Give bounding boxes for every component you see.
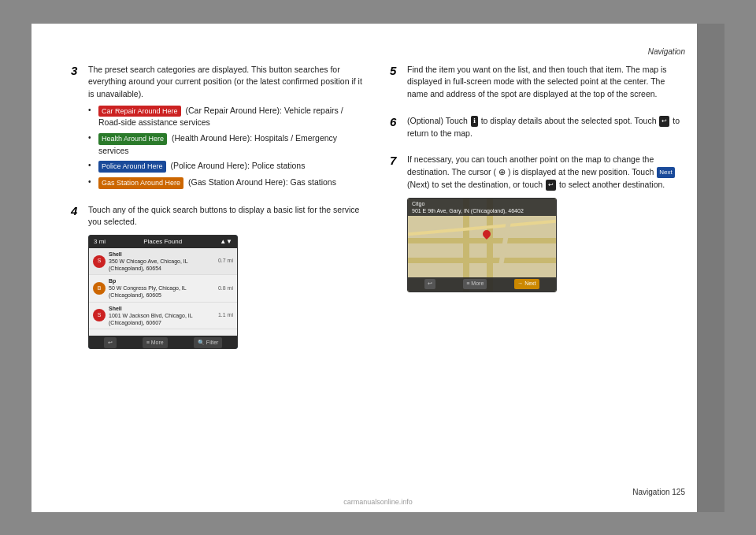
nav-item-3-text: Shell 1001 W Jackson Blvd, Chicago, IL (… <box>109 305 215 326</box>
road-horizontal-2 <box>408 258 556 263</box>
step-6-number: 6 <box>390 115 401 143</box>
step-5-content: Find the item you want on the list, and … <box>407 64 685 104</box>
nav-top-right: ▲▼ <box>220 237 232 247</box>
step-7-content: If necessary, you can touch another poin… <box>407 154 685 292</box>
step-5: 5 Find the item you want on the list, an… <box>390 64 685 104</box>
map-location-name: Citgo <box>412 200 552 207</box>
step-7-end: (Next) to set the destination, or touch <box>407 180 545 189</box>
nav-screen: 3 mi Places Found ▲▼ S Shell 350 W Chica… <box>88 235 238 349</box>
nav-item-1: S Shell 350 W Chicago Ave, Chicago, IL (… <box>89 248 237 275</box>
bullet-gas-text: Gas Station Around Here (Gas Station Aro… <box>98 176 336 189</box>
map-location-address: 901 E 9th Ave, Gary, IN (Chicagoland), 4… <box>412 207 552 214</box>
step-4-content: Touch any of the quick search buttons to… <box>88 204 366 350</box>
step-5-number: 5 <box>390 64 401 104</box>
step-6-text: (Optional) Touch ℹ to display details ab… <box>407 115 685 140</box>
nav-item-3-city: (Chicagoland), 60607 <box>109 319 215 326</box>
nav-item-2-addr: 50 W Congress Ply, Chicago, IL <box>109 284 215 292</box>
step-7-number: 7 <box>390 154 401 292</box>
page-header: Navigation <box>71 47 685 56</box>
main-content: 3 The preset search categories are displ… <box>71 64 685 361</box>
step-6: 6 (Optional) Touch ℹ to display details … <box>390 115 685 143</box>
nav-item-2-icon: B <box>93 282 106 295</box>
nav-bottom-bar: ↩ ≡ More 🔍 Filter <box>89 336 237 350</box>
nav-item-1-text: Shell 350 W Chicago Ave, Chicago, IL (Ch… <box>109 251 215 272</box>
bullet-dot-3: • <box>88 160 94 171</box>
bullet-car-repair-text: Car Repair Around Here (Car Repair Aroun… <box>98 105 366 128</box>
map-next-btn[interactable]: → Next <box>514 279 539 289</box>
nav-back-btn[interactable]: ↩ <box>104 337 117 349</box>
page-footer: Navigation 125 <box>632 488 685 496</box>
nav-item-1-city: (Chicagoland), 60654 <box>109 265 215 272</box>
car-repair-tag: Car Repair Around Here <box>98 106 181 117</box>
nav-top-bar: 3 mi Places Found ▲▼ <box>89 236 237 248</box>
left-column: 3 The preset search categories are displ… <box>71 64 366 361</box>
map-background: Citgo 901 E 9th Ave, Gary, IN (Chicagola… <box>408 199 556 292</box>
nav-item-1-addr: 350 W Chicago Ave, Chicago, IL <box>109 258 215 265</box>
step-4-number: 4 <box>71 204 82 350</box>
map-back-btn[interactable]: ↩ <box>424 279 435 289</box>
nav-item-1-icon: S <box>93 255 106 268</box>
bullet-health: • Health Around Here (Health Around Here… <box>88 132 366 156</box>
bullet-police: • Police Around Here (Police Around Here… <box>88 160 366 173</box>
bullet-police-text: Police Around Here (Police Around Here):… <box>98 160 305 173</box>
manual-page: Navigation 3 The preset search categorie… <box>32 24 724 512</box>
bullet-dot-2: • <box>88 132 94 143</box>
nav-item-2: B Bp 50 W Congress Ply, Chicago, IL (Chi… <box>89 275 237 302</box>
step-3-content: The preset search categories are display… <box>88 64 366 193</box>
nav-item-3: S Shell 1001 W Jackson Blvd, Chicago, IL… <box>89 303 237 329</box>
road-horizontal-1 <box>408 238 556 243</box>
nav-top-center: Places Found <box>143 237 182 247</box>
nav-item-2-text: Bp 50 W Congress Ply, Chicago, IL (Chica… <box>109 277 215 299</box>
step-7-middle: ) is displayed at the new position. Touc… <box>508 167 656 176</box>
map-screen: Citgo 901 E 9th Ave, Gary, IN (Chicagola… <box>407 198 557 292</box>
bullet-gas: • Gas Station Around Here (Gas Station A… <box>88 176 366 189</box>
info-button: ℹ <box>471 116 478 127</box>
cursor-symbol: ⊕ <box>498 167 506 176</box>
step-5-text: Find the item you want on the list, and … <box>407 64 685 101</box>
right-column: 5 Find the item you want on the list, an… <box>390 64 685 361</box>
nav-more-btn[interactable]: ≡ More <box>143 337 168 349</box>
nav-filter-btn[interactable]: 🔍 Filter <box>194 337 223 349</box>
step-6-middle: to display details about the selected sp… <box>481 116 659 125</box>
nav-item-1-name: Shell <box>109 251 215 258</box>
step-7-text: If necessary, you can touch another poin… <box>407 154 685 191</box>
map-bottom-bar: ↩ ≡ More → Next <box>408 277 556 292</box>
nav-screen-wrapper: 3 mi Places Found ▲▼ S Shell 350 W Chica… <box>89 236 237 349</box>
bullet-dot-4: • <box>88 176 94 188</box>
step-6-prefix: (Optional) Touch <box>407 116 470 125</box>
nav-item-3-icon: S <box>93 309 106 321</box>
step-7: 7 If necessary, you can touch another po… <box>390 154 685 292</box>
bullet-car-repair: • Car Repair Around Here (Car Repair Aro… <box>88 105 366 128</box>
right-sidebar <box>697 24 724 512</box>
nav-list: S Shell 350 W Chicago Ave, Chicago, IL (… <box>89 248 237 336</box>
nav-item-1-dist: 0.7 mi <box>218 257 233 266</box>
map-more-btn[interactable]: ≡ More <box>463 279 487 289</box>
step-3: 3 The preset search categories are displ… <box>71 64 366 193</box>
step-3-number: 3 <box>71 64 82 193</box>
nav-item-2-dist: 0.8 mi <box>218 284 233 293</box>
bullet-dot-1: • <box>88 105 94 116</box>
police-tag: Police Around Here <box>98 161 166 173</box>
health-tag: Health Around Here <box>98 133 167 145</box>
back-button: ↩ <box>659 116 669 127</box>
watermark: carmanualsonline.info <box>32 498 724 506</box>
step-7-final: to select another destination. <box>559 180 665 189</box>
map-top-info: Citgo 901 E 9th Ave, Gary, IN (Chicagola… <box>408 199 556 216</box>
gas-tag: Gas Station Around Here <box>98 177 183 189</box>
step-4: 4 Touch any of the quick search buttons … <box>71 204 366 350</box>
step-4-text: Touch any of the quick search buttons to… <box>88 204 366 229</box>
nav-item-2-name: Bp <box>109 277 215 284</box>
dest-button: ↩ <box>546 180 556 191</box>
step-3-bullets: • Car Repair Around Here (Car Repair Aro… <box>88 105 366 189</box>
bullet-health-text: Health Around Here (Health Around Here):… <box>98 132 366 156</box>
nav-item-3-addr: 1001 W Jackson Blvd, Chicago, IL <box>109 312 215 319</box>
step-6-content: (Optional) Touch ℹ to display details ab… <box>407 115 685 143</box>
nav-item-3-dist: 1.1 mi <box>218 311 233 320</box>
nav-item-2-city: (Chicagoland), 60605 <box>109 292 215 299</box>
next-button: Next <box>657 167 674 178</box>
step-3-intro: The preset search categories are display… <box>88 64 366 101</box>
nav-item-3-name: Shell <box>109 305 215 312</box>
nav-top-left: 3 mi <box>94 237 106 247</box>
